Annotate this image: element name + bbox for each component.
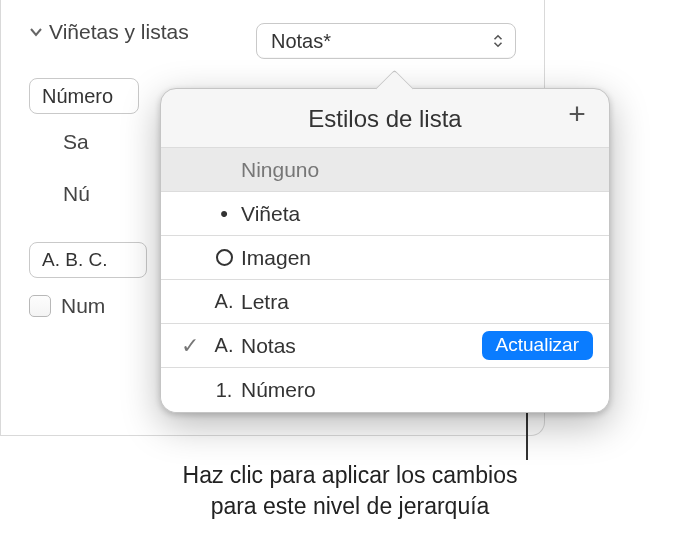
checkmark-icon: ✓ [173,333,207,359]
callout-line-2: para este nivel de jerarquía [211,493,490,519]
update-button[interactable]: Actualizar [482,331,593,360]
section-title: Viñetas y listas [49,20,189,44]
list-style-label: Número [241,378,593,402]
bullet-icon: • [207,203,241,225]
list-style-item-image[interactable]: Imagen [161,236,609,280]
callout-text: Haz clic para aplicar los cambios para e… [60,460,640,522]
list-style-label: Notas [241,334,482,358]
chevron-down-icon [29,25,43,39]
list-format-value: A. B. C. [42,249,107,271]
add-list-style-button[interactable]: + [563,103,591,131]
letter-prefix: A. [207,334,241,357]
list-style-label: Viñeta [241,202,593,226]
list-style-item-none[interactable]: Ninguno [161,148,609,192]
list-style-item-letter[interactable]: A. Letra [161,280,609,324]
number-prefix: 1. [207,379,241,402]
list-style-dropdown-value: Notas* [271,30,331,53]
list-style-item-bullet[interactable]: • Viñeta [161,192,609,236]
tiered-numbers-label: Num [61,294,105,318]
list-style-dropdown[interactable]: Notas* [256,23,516,59]
number-type-label: Número [42,85,113,108]
callout-line-1: Haz clic para aplicar los cambios [183,462,518,488]
updown-icon [491,34,505,48]
image-bullet-icon [207,249,241,266]
list-style-item-number[interactable]: 1. Número [161,368,609,412]
number-type-field[interactable]: Número [29,78,139,114]
tiered-numbers-checkbox[interactable] [29,295,51,317]
popover-title: Estilos de lista [308,105,461,133]
list-style-label: Letra [241,290,593,314]
list-style-label: Ninguno [241,158,593,182]
list-style-label: Imagen [241,246,593,270]
letter-prefix: A. [207,290,241,313]
list-format-field[interactable]: A. B. C. [29,242,147,278]
plus-icon: + [568,97,586,130]
list-style-item-notes[interactable]: ✓ A. Notas Actualizar [161,324,609,368]
list-styles-list: Ninguno • Viñeta Imagen A. Letra ✓ A. No… [161,147,609,412]
indent-label-partial: Sa [63,130,89,154]
number-label-partial: Nú [63,182,90,206]
popover-header: Estilos de lista + [161,89,609,147]
section-header-bullets-lists[interactable]: Viñetas y listas [29,20,189,44]
list-styles-popover: Estilos de lista + Ninguno • Viñeta Imag… [160,88,610,413]
